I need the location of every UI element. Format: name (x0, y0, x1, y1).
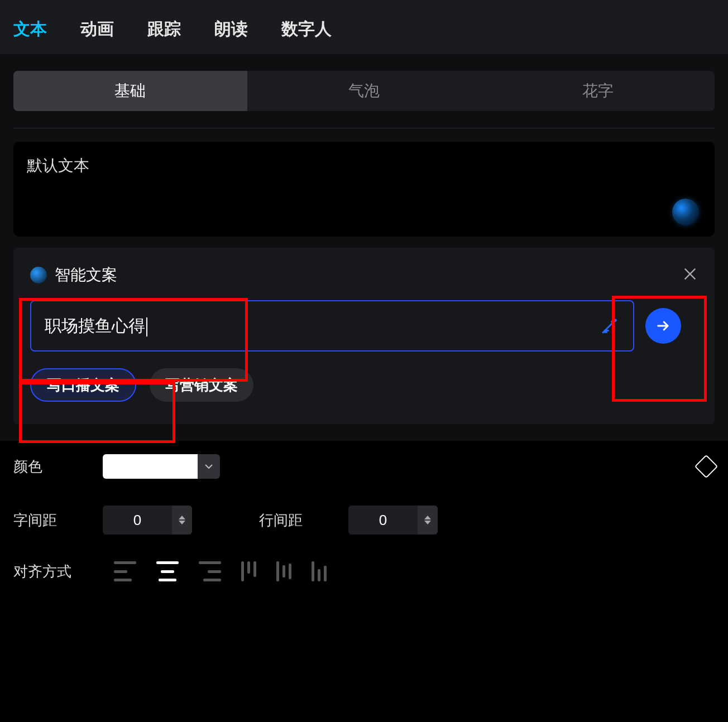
text-content: 默认文本 (27, 157, 89, 174)
chevron-up-icon[interactable] (179, 516, 185, 519)
line-spacing-label: 行间距 (259, 511, 326, 530)
color-label: 颜色 (13, 457, 80, 476)
align-left-icon[interactable] (114, 561, 136, 581)
close-icon[interactable] (682, 266, 698, 285)
tab-digital-human[interactable]: 数字人 (281, 18, 332, 41)
ai-orb-small-icon (30, 267, 47, 283)
chevron-up-icon[interactable] (424, 516, 431, 519)
ai-prompt-value: 职场摸鱼心得 (45, 315, 600, 338)
sub-tab-bubble[interactable]: 气泡 (247, 71, 481, 111)
color-picker[interactable] (103, 454, 220, 479)
alignment-row: 对齐方式 (0, 548, 728, 595)
text-content-box[interactable]: 默认文本 (13, 142, 715, 237)
tab-animation[interactable]: 动画 (80, 18, 114, 41)
chevron-down-icon[interactable] (424, 521, 431, 524)
tab-text[interactable]: 文本 (13, 18, 47, 41)
ai-orb-icon[interactable] (672, 199, 699, 225)
chip-marketing-copy[interactable]: 写营销文案 (150, 368, 253, 402)
line-spacing-stepper[interactable] (418, 506, 438, 535)
valign-bottom-icon[interactable] (312, 561, 327, 581)
ai-popup-title: 智能文案 (55, 264, 117, 286)
line-spacing-input[interactable]: 0 (348, 506, 438, 535)
chip-broadcast-copy[interactable]: 写口播文案 (30, 368, 136, 402)
sub-tab-fancy[interactable]: 花字 (481, 71, 715, 111)
letter-spacing-label: 字间距 (13, 511, 80, 530)
letter-spacing-input[interactable]: 0 (103, 506, 192, 535)
sub-tab-basic[interactable]: 基础 (13, 71, 247, 111)
line-spacing-value: 0 (348, 512, 418, 529)
letter-spacing-stepper[interactable] (172, 506, 192, 535)
chevron-down-icon[interactable] (198, 454, 220, 479)
spacing-row: 字间距 0 行间距 0 (0, 492, 728, 548)
keyframe-diamond-icon[interactable] (695, 455, 718, 478)
valign-middle-icon[interactable] (276, 561, 291, 581)
divider (13, 128, 715, 128)
tab-track[interactable]: 跟踪 (147, 18, 181, 41)
color-swatch[interactable] (103, 454, 198, 479)
letter-spacing-value: 0 (103, 512, 172, 529)
text-panel: 基础 气泡 花字 默认文本 智能文案 职场摸鱼心得 (0, 54, 728, 441)
alignment-label: 对齐方式 (13, 562, 80, 581)
tab-read[interactable]: 朗读 (214, 18, 248, 41)
chip-row: 写口播文案 写营销文案 (30, 368, 698, 402)
ai-copy-popup: 智能文案 职场摸鱼心得 写口播文案 (13, 248, 715, 424)
color-row: 颜色 (0, 441, 728, 492)
chevron-down-icon[interactable] (179, 521, 185, 524)
align-right-icon[interactable] (199, 561, 221, 581)
submit-arrow-button[interactable] (645, 308, 681, 344)
align-center-icon[interactable] (156, 561, 179, 581)
sub-tab-bar: 基础 气泡 花字 (13, 71, 715, 111)
ai-prompt-input[interactable]: 职场摸鱼心得 (30, 300, 634, 352)
magic-wand-icon[interactable] (600, 316, 620, 336)
top-tab-bar: 文本 动画 跟踪 朗读 数字人 (0, 0, 728, 54)
valign-top-icon[interactable] (241, 561, 256, 581)
